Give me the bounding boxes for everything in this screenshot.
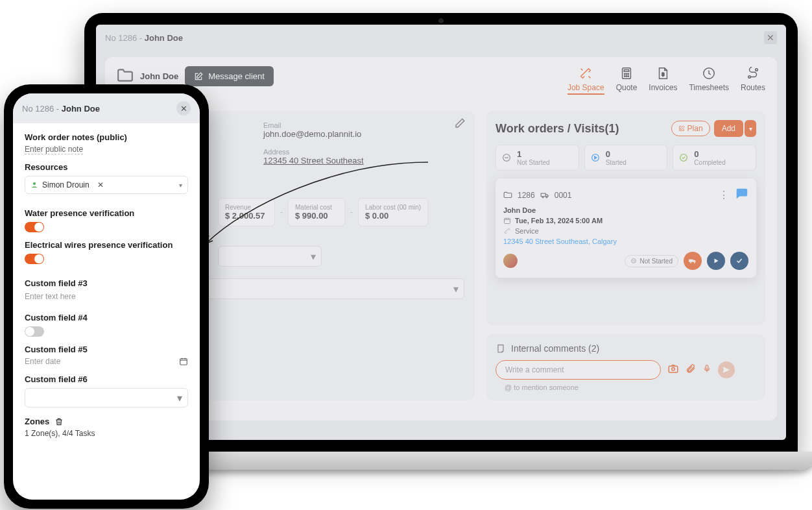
cf2-toggle[interactable]	[25, 254, 44, 264]
tab-routes[interactable]: Routes	[741, 66, 765, 95]
note-icon	[496, 343, 506, 354]
tab-timesheets[interactable]: Timesheets	[689, 66, 729, 95]
assigned-avatar[interactable]	[503, 254, 518, 268]
camera-icon	[667, 363, 679, 374]
svg-point-10	[748, 76, 751, 79]
cf4-label: Custom field #4	[25, 313, 188, 322]
tab-quote[interactable]: Quote	[616, 66, 638, 95]
phone-close-button[interactable]: ✕	[176, 101, 191, 115]
remove-resource-button[interactable]: ✕	[97, 180, 104, 189]
card-chat-button[interactable]	[734, 186, 748, 204]
comments-panel: Internal comments (2) Write a comment @ …	[486, 334, 765, 400]
chat-bubble-icon	[734, 186, 748, 200]
card-client-name: John Doe	[503, 206, 748, 214]
svg-text:$: $	[662, 71, 665, 77]
tab-invoices[interactable]: $ Invoices	[649, 66, 677, 95]
cf3-input[interactable]: Enter text here	[25, 288, 188, 305]
paperclip-icon	[686, 363, 696, 374]
svg-point-6	[626, 76, 627, 77]
card-status-badge: Not Started	[625, 255, 678, 267]
notes-input[interactable]: Enter public note	[25, 145, 83, 154]
add-dropdown-button[interactable]: ▾	[745, 120, 756, 137]
message-client-label: Message client	[208, 71, 265, 81]
check-circle-icon	[678, 152, 689, 163]
stat-started[interactable]: 0Started	[584, 145, 668, 171]
calculator-icon	[619, 66, 634, 80]
work-orders-panel: Work orders / Visits(1) Plan Add ▾	[486, 111, 765, 325]
svg-point-26	[33, 182, 36, 185]
chevron-down-icon: ▾	[179, 182, 182, 189]
trash-icon[interactable]	[54, 417, 64, 426]
email-label: Email	[263, 121, 464, 129]
svg-rect-27	[180, 359, 187, 365]
resource-chip-name: Simon Drouin	[42, 180, 90, 189]
svg-point-16	[542, 197, 543, 198]
folder-client-name: John Doe	[140, 71, 178, 81]
address-label: Address	[263, 148, 464, 156]
svg-point-11	[756, 69, 758, 71]
calendar-icon	[503, 217, 511, 225]
play-circle-icon	[590, 152, 601, 163]
card-address-link[interactable]: 12345 40 Street Southeast, Calgary	[503, 237, 748, 245]
header-client-name: John Doe	[145, 33, 183, 43]
notes-label: Work order notes (public)	[25, 132, 188, 142]
dispatch-button[interactable]	[684, 252, 702, 270]
cf1-toggle[interactable]	[25, 222, 44, 232]
svg-rect-25	[706, 365, 708, 369]
circle-dash-icon	[501, 152, 512, 163]
edit-message-icon	[194, 72, 203, 81]
stat-completed[interactable]: 0Completed	[673, 145, 756, 171]
svg-point-17	[546, 197, 547, 198]
svg-rect-23	[669, 366, 678, 372]
svg-rect-20	[689, 260, 693, 262]
edit-details-button[interactable]	[454, 117, 466, 132]
svg-point-24	[672, 368, 675, 371]
camera-button[interactable]	[667, 363, 679, 377]
send-comment-button[interactable]	[718, 361, 735, 378]
header-record-number: No 1286 -	[105, 33, 142, 43]
tab-job-space[interactable]: Job Space	[567, 66, 604, 95]
tools-icon	[579, 66, 593, 80]
small-dropdown[interactable]: ▾	[218, 246, 322, 267]
invoice-icon: $	[656, 66, 670, 80]
card-datetime: Tue, Feb 13, 2024 5:00 AM	[515, 217, 603, 225]
phone-frame: No 1286 - John Doe ✕ Work order notes (p…	[4, 84, 209, 509]
cf5-date-input[interactable]: Enter date	[25, 357, 188, 367]
plan-button[interactable]: Plan	[671, 121, 710, 136]
cf2-label: Electrical wires presence verification	[25, 240, 188, 250]
person-icon	[30, 181, 38, 189]
start-button[interactable]	[707, 252, 725, 270]
svg-point-3	[626, 73, 627, 74]
send-icon	[722, 365, 731, 374]
mention-hint: @ to mention someone	[505, 383, 756, 391]
resources-select[interactable]: Simon Drouin ✕ ▾	[25, 176, 188, 194]
card-more-menu[interactable]: ⋮	[719, 189, 728, 201]
svg-point-2	[625, 73, 625, 74]
route-icon	[746, 66, 760, 80]
kpi-labor: Labor cost (00 min) $ 0.00	[358, 198, 428, 226]
work-order-card[interactable]: 1286 0001 ⋮	[496, 178, 756, 278]
voice-button[interactable]	[702, 363, 711, 377]
comments-title: Internal comments (2)	[511, 343, 599, 354]
kpi-revenue: Revenue $ 2,000.57	[218, 198, 275, 226]
card-folder-number: 1286	[518, 191, 535, 200]
add-button[interactable]: Add	[714, 120, 743, 137]
close-window-button[interactable]: ✕	[764, 31, 777, 44]
complete-button[interactable]	[730, 252, 748, 270]
kpi-row: Revenue $ 2,000.57 - Material cost $ 990…	[218, 198, 464, 226]
message-client-button[interactable]: Message client	[185, 66, 274, 86]
cf4-toggle[interactable]	[25, 326, 44, 337]
folder-small-icon	[503, 191, 512, 200]
work-orders-title: Work orders / Visits(1)	[496, 122, 619, 136]
address-link[interactable]: 12345 40 Street Southeast	[263, 156, 464, 165]
comment-input[interactable]: Write a comment	[496, 360, 661, 380]
cf6-select[interactable]: ▾	[25, 388, 188, 407]
svg-rect-15	[541, 193, 545, 197]
circle-dash-small-icon	[630, 258, 637, 264]
attach-button[interactable]	[686, 363, 696, 377]
phone-record-number: No 1286 -	[22, 104, 59, 114]
folder-icon	[117, 68, 134, 85]
service-tools-icon	[503, 227, 511, 235]
zones-label: Zones	[25, 417, 49, 426]
stat-not-started[interactable]: 1Not Started	[496, 145, 579, 171]
